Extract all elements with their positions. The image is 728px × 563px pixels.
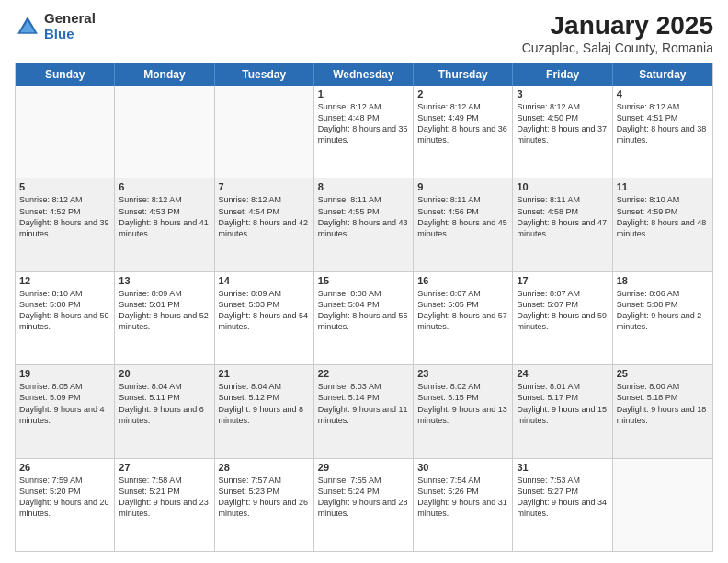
calendar-cell: 10Sunrise: 8:11 AM Sunset: 4:58 PM Dayli… [513,178,612,270]
cell-info: Sunrise: 8:00 AM Sunset: 5:18 PM Dayligh… [617,381,709,426]
cell-info: Sunrise: 8:08 AM Sunset: 5:04 PM Dayligh… [318,288,409,333]
logo-general-text: General [44,11,96,27]
day-number: 31 [517,462,608,473]
calendar-header-saturday: Saturday [613,63,712,86]
calendar-week-3: 12Sunrise: 8:10 AM Sunset: 5:00 PM Dayli… [16,272,712,365]
day-number: 14 [219,275,310,286]
calendar-cell: 21Sunrise: 8:04 AM Sunset: 5:12 PM Dayli… [215,365,314,457]
calendar-cell [16,86,115,178]
calendar-header-monday: Monday [115,63,214,86]
cell-info: Sunrise: 7:57 AM Sunset: 5:23 PM Dayligh… [219,475,310,520]
day-number: 4 [617,88,709,99]
cell-info: Sunrise: 7:55 AM Sunset: 5:24 PM Dayligh… [318,475,409,520]
day-number: 16 [417,275,508,286]
calendar-week-1: 1Sunrise: 8:12 AM Sunset: 4:48 PM Daylig… [16,86,712,178]
page-title: January 2025 [522,11,713,40]
cell-info: Sunrise: 8:11 AM Sunset: 4:55 PM Dayligh… [318,194,409,239]
cell-info: Sunrise: 8:02 AM Sunset: 5:15 PM Dayligh… [417,381,508,426]
header: General Blue January 2025 Cuzaplac, Sala… [15,11,713,55]
cell-info: Sunrise: 8:10 AM Sunset: 5:00 PM Dayligh… [19,288,110,333]
calendar-cell: 25Sunrise: 8:00 AM Sunset: 5:18 PM Dayli… [613,365,712,457]
calendar-cell [115,86,214,178]
cell-info: Sunrise: 8:04 AM Sunset: 5:11 PM Dayligh… [119,381,210,426]
calendar-cell: 3Sunrise: 8:12 AM Sunset: 4:50 PM Daylig… [513,86,612,178]
day-number: 12 [19,275,110,286]
calendar-week-4: 19Sunrise: 8:05 AM Sunset: 5:09 PM Dayli… [16,365,712,458]
cell-info: Sunrise: 8:12 AM Sunset: 4:49 PM Dayligh… [417,101,508,146]
calendar-week-2: 5Sunrise: 8:12 AM Sunset: 4:52 PM Daylig… [16,178,712,271]
logo: General Blue [15,11,96,41]
title-block: January 2025 Cuzaplac, Salaj County, Rom… [522,11,713,55]
day-number: 21 [219,368,310,379]
logo-blue-text: Blue [44,27,96,42]
day-number: 20 [119,368,210,379]
day-number: 19 [19,368,110,379]
cell-info: Sunrise: 8:04 AM Sunset: 5:12 PM Dayligh… [219,381,310,426]
calendar-cell: 18Sunrise: 8:06 AM Sunset: 5:08 PM Dayli… [613,272,712,364]
cell-info: Sunrise: 8:07 AM Sunset: 5:07 PM Dayligh… [517,288,608,333]
day-number: 15 [318,275,409,286]
cell-info: Sunrise: 8:12 AM Sunset: 4:54 PM Dayligh… [219,194,310,239]
calendar-cell: 17Sunrise: 8:07 AM Sunset: 5:07 PM Dayli… [513,272,612,364]
day-number: 27 [119,462,210,473]
cell-info: Sunrise: 8:12 AM Sunset: 4:50 PM Dayligh… [517,101,608,146]
day-number: 28 [219,462,310,473]
calendar-cell: 4Sunrise: 8:12 AM Sunset: 4:51 PM Daylig… [613,86,712,178]
calendar-cell: 26Sunrise: 7:59 AM Sunset: 5:20 PM Dayli… [16,459,115,551]
cell-info: Sunrise: 8:11 AM Sunset: 4:56 PM Dayligh… [417,194,508,239]
calendar-cell: 27Sunrise: 7:58 AM Sunset: 5:21 PM Dayli… [115,459,214,551]
cell-info: Sunrise: 7:54 AM Sunset: 5:26 PM Dayligh… [417,475,508,520]
calendar-header: SundayMondayTuesdayWednesdayThursdayFrid… [16,63,712,86]
cell-info: Sunrise: 8:12 AM Sunset: 4:51 PM Dayligh… [617,101,709,146]
cell-info: Sunrise: 8:09 AM Sunset: 5:01 PM Dayligh… [119,288,210,333]
day-number: 6 [119,181,210,192]
day-number: 23 [417,368,508,379]
day-number: 25 [617,368,709,379]
cell-info: Sunrise: 7:58 AM Sunset: 5:21 PM Dayligh… [119,475,210,520]
calendar-cell: 29Sunrise: 7:55 AM Sunset: 5:24 PM Dayli… [314,459,414,551]
calendar-cell: 14Sunrise: 8:09 AM Sunset: 5:03 PM Dayli… [215,272,314,364]
calendar-cell: 13Sunrise: 8:09 AM Sunset: 5:01 PM Dayli… [115,272,214,364]
day-number: 17 [517,275,608,286]
cell-info: Sunrise: 8:01 AM Sunset: 5:17 PM Dayligh… [517,381,608,426]
calendar-cell: 12Sunrise: 8:10 AM Sunset: 5:00 PM Dayli… [16,272,115,364]
day-number: 29 [318,462,409,473]
cell-info: Sunrise: 8:03 AM Sunset: 5:14 PM Dayligh… [318,381,409,426]
page-subtitle: Cuzaplac, Salaj County, Romania [522,40,713,55]
calendar-cell: 20Sunrise: 8:04 AM Sunset: 5:11 PM Dayli… [115,365,214,457]
calendar-header-friday: Friday [513,63,612,86]
calendar: SundayMondayTuesdayWednesdayThursdayFrid… [15,63,713,552]
calendar-cell: 7Sunrise: 8:12 AM Sunset: 4:54 PM Daylig… [215,178,314,270]
day-number: 30 [417,462,508,473]
calendar-cell: 31Sunrise: 7:53 AM Sunset: 5:27 PM Dayli… [513,459,612,551]
calendar-cell: 23Sunrise: 8:02 AM Sunset: 5:15 PM Dayli… [414,365,513,457]
calendar-cell: 9Sunrise: 8:11 AM Sunset: 4:56 PM Daylig… [414,178,513,270]
calendar-cell: 5Sunrise: 8:12 AM Sunset: 4:52 PM Daylig… [16,178,115,270]
calendar-cell: 1Sunrise: 8:12 AM Sunset: 4:48 PM Daylig… [314,86,414,178]
day-number: 2 [417,88,508,99]
day-number: 11 [617,181,709,192]
day-number: 8 [318,181,409,192]
cell-info: Sunrise: 8:10 AM Sunset: 4:59 PM Dayligh… [617,194,709,239]
day-number: 24 [517,368,608,379]
day-number: 5 [19,181,110,192]
calendar-cell: 24Sunrise: 8:01 AM Sunset: 5:17 PM Dayli… [513,365,612,457]
calendar-cell [215,86,314,178]
calendar-week-5: 26Sunrise: 7:59 AM Sunset: 5:20 PM Dayli… [16,459,712,551]
calendar-header-thursday: Thursday [414,63,513,86]
day-number: 3 [517,88,608,99]
calendar-body: 1Sunrise: 8:12 AM Sunset: 4:48 PM Daylig… [16,86,712,551]
calendar-cell: 15Sunrise: 8:08 AM Sunset: 5:04 PM Dayli… [314,272,414,364]
cell-info: Sunrise: 8:11 AM Sunset: 4:58 PM Dayligh… [517,194,608,239]
cell-info: Sunrise: 7:53 AM Sunset: 5:27 PM Dayligh… [517,475,608,520]
calendar-header-sunday: Sunday [16,63,115,86]
cell-info: Sunrise: 8:12 AM Sunset: 4:48 PM Dayligh… [318,101,409,146]
calendar-cell: 8Sunrise: 8:11 AM Sunset: 4:55 PM Daylig… [314,178,414,270]
day-number: 1 [318,88,409,99]
calendar-cell [613,459,712,551]
logo-text: General Blue [44,11,96,41]
cell-info: Sunrise: 7:59 AM Sunset: 5:20 PM Dayligh… [19,475,110,520]
calendar-cell: 16Sunrise: 8:07 AM Sunset: 5:05 PM Dayli… [414,272,513,364]
calendar-cell: 11Sunrise: 8:10 AM Sunset: 4:59 PM Dayli… [613,178,712,270]
cell-info: Sunrise: 8:06 AM Sunset: 5:08 PM Dayligh… [617,288,709,333]
